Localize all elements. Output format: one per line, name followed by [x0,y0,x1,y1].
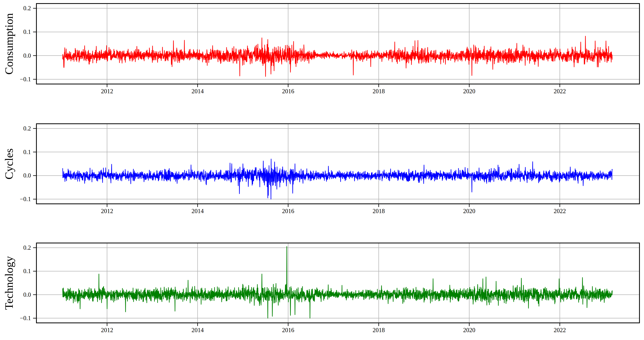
x-tick-label: 2014 [182,326,214,334]
series-line-technology [62,247,612,318]
y-tick-label: −0.1 [0,75,31,83]
series-line-consumption [62,36,612,76]
x-tick-label: 2018 [363,207,394,215]
x-tick-label: 2014 [182,87,214,95]
axes-frame [36,124,640,204]
x-tick-label: 2016 [272,326,304,334]
chart-svg-consumption [36,3,640,84]
figure: Consumption Cycles Technology [0,0,644,340]
x-tick-label: 2020 [454,87,485,95]
x-tick-label: 2012 [91,326,123,334]
y-tick-label: −0.1 [0,314,31,322]
axes-frame [36,243,640,323]
y-tick-label: 0.0 [0,291,31,299]
x-tick-label: 2014 [182,207,214,215]
y-tick-label: 0.1 [0,148,31,156]
y-tick-label: 0.1 [0,267,31,275]
x-tick-label: 2022 [544,326,576,334]
y-tick-label: 0.2 [0,244,31,252]
axes-frame [36,3,640,84]
y-tick-label: 0.2 [0,4,31,12]
series-line-cycles [62,159,612,199]
plot-area-cycles [36,124,640,204]
plot-area-technology [36,243,640,323]
plot-area-consumption [36,3,640,84]
x-tick-label: 2018 [363,326,394,334]
chart-svg-technology [36,243,640,323]
chart-svg-cycles [36,124,640,204]
x-tick-label: 2022 [544,87,576,95]
x-tick-label: 2016 [272,87,304,95]
y-tick-label: 0.2 [0,124,31,133]
y-axis-label-consumption: Consumption [3,13,15,75]
y-tick-label: 0.0 [0,171,31,180]
y-tick-label: 0.0 [0,51,31,60]
y-tick-label: −0.1 [0,195,31,203]
y-tick-label: 0.1 [0,28,31,36]
x-tick-label: 2020 [454,207,485,215]
x-tick-label: 2012 [91,87,123,95]
x-tick-label: 2018 [363,87,394,95]
x-tick-label: 2012 [91,207,123,215]
x-tick-label: 2020 [454,326,485,334]
x-tick-label: 2016 [272,207,304,215]
y-axis-label-technology: Technology [3,256,15,310]
x-tick-label: 2022 [544,207,576,215]
